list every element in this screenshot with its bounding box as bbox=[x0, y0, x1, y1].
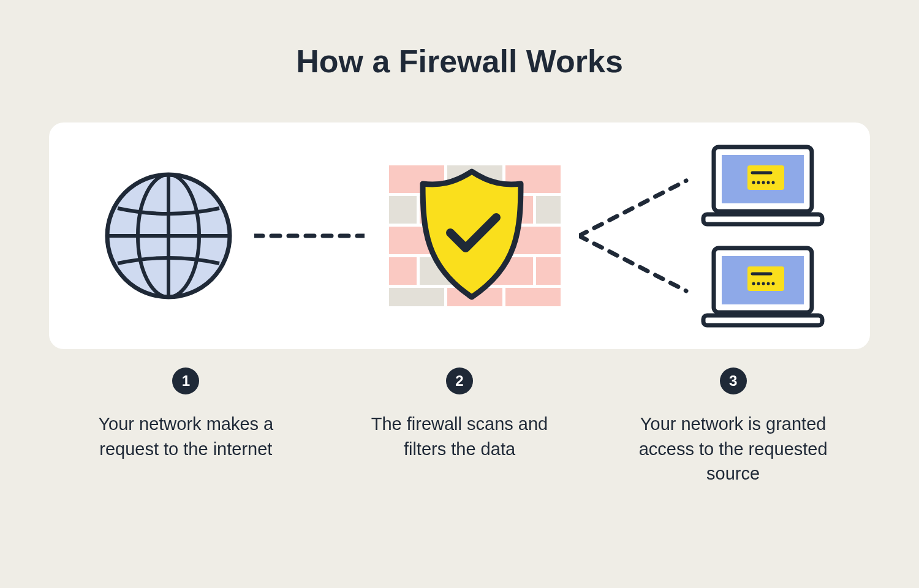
svg-point-41 bbox=[762, 282, 765, 285]
svg-point-43 bbox=[772, 282, 775, 285]
laptops-icon bbox=[698, 141, 827, 331]
step-text-3: Your network is granted access to the re… bbox=[629, 412, 838, 486]
svg-point-32 bbox=[767, 181, 770, 184]
svg-rect-8 bbox=[389, 196, 417, 224]
step-badge-3: 3 bbox=[720, 368, 747, 394]
step-badge-2: 2 bbox=[446, 368, 473, 394]
svg-rect-27 bbox=[747, 165, 784, 190]
connector-line bbox=[254, 233, 365, 239]
step-badge-1: 1 bbox=[172, 368, 199, 394]
steps-row: 1 Your network makes a request to the in… bbox=[49, 368, 870, 486]
connector-split bbox=[579, 156, 689, 315]
step-2: 2 The firewall scans and filters the dat… bbox=[331, 368, 588, 486]
svg-rect-11 bbox=[536, 196, 561, 224]
svg-rect-36 bbox=[703, 315, 822, 325]
diagram-card bbox=[49, 123, 870, 349]
svg-point-40 bbox=[757, 282, 760, 285]
step-3: 3 Your network is granted access to the … bbox=[605, 368, 862, 486]
svg-point-31 bbox=[762, 181, 765, 184]
step-text-1: Your network makes a request to the inte… bbox=[81, 412, 290, 461]
firewall-shield-icon bbox=[374, 150, 570, 322]
svg-rect-37 bbox=[747, 266, 784, 291]
svg-point-39 bbox=[752, 282, 755, 285]
svg-line-22 bbox=[579, 181, 686, 236]
svg-rect-26 bbox=[703, 214, 822, 224]
svg-point-29 bbox=[752, 181, 755, 184]
step-text-2: The firewall scans and filters the data bbox=[355, 412, 564, 461]
globe-icon bbox=[92, 159, 245, 312]
step-1: 1 Your network makes a request to the in… bbox=[57, 368, 314, 486]
svg-line-23 bbox=[579, 236, 686, 291]
svg-point-33 bbox=[772, 181, 775, 184]
svg-rect-18 bbox=[536, 257, 561, 285]
page-title: How a Firewall Works bbox=[296, 43, 623, 80]
svg-point-42 bbox=[767, 282, 770, 285]
svg-rect-15 bbox=[389, 257, 417, 285]
svg-point-30 bbox=[757, 181, 760, 184]
svg-rect-19 bbox=[389, 288, 444, 306]
svg-rect-21 bbox=[505, 288, 561, 306]
